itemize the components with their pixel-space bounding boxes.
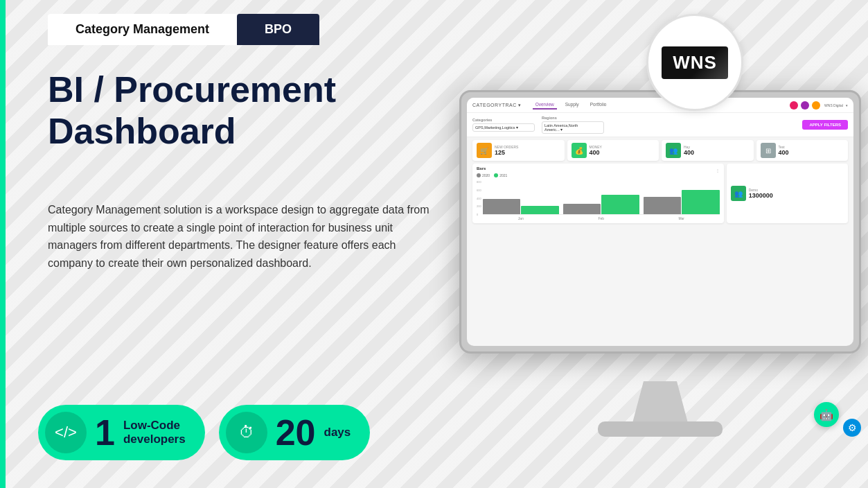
- card-icon-money: 💰: [572, 143, 587, 158]
- monitor-mockup: CATEGORYTRAC ▾ Overview Supply Portfolio…: [452, 42, 868, 444]
- dashboard-header: CATEGORYTRAC ▾ Overview Supply Portfolio…: [467, 98, 853, 113]
- tab-category-management-label: Category Management: [76, 22, 209, 36]
- legend-label-2020: 2020: [482, 173, 490, 177]
- card-demo: 👥 Demo 1300000: [727, 164, 848, 223]
- dashboard-bottom: Bars ⋮ 2020 2021: [467, 164, 853, 226]
- filter-regions: Regions Latin America,North Americ... ▾: [542, 116, 604, 134]
- card-value-orders: 125: [495, 149, 518, 156]
- dash-icon-1: [790, 101, 798, 110]
- bar-group-feb: [563, 195, 639, 214]
- bar-jan-2020: [483, 199, 521, 214]
- card-icon-demo: 👥: [731, 186, 746, 201]
- bar-mar-2020: [644, 197, 682, 214]
- bar-mar-2021: [682, 190, 720, 214]
- title-line1: BI / Procurement: [48, 69, 336, 110]
- dash-chevron: ▾: [846, 103, 848, 107]
- dashboard-cards: 🛒 NEW ORDERS 125 💰 MONEY 400: [467, 137, 853, 164]
- legend-dot-2020: [477, 173, 481, 177]
- dash-icon-2: [801, 101, 809, 110]
- chart-container: 800 600 400 200 0: [477, 180, 720, 220]
- chart-x-labels: Jan Feb Mar: [483, 216, 720, 220]
- card-value-demo: 1300000: [749, 192, 773, 199]
- legend-label-2021: 2021: [499, 173, 507, 177]
- chart-bars: Bars ⋮ 2020 2021: [472, 164, 724, 223]
- stat-label-2: days: [324, 426, 351, 439]
- dash-tab-supply[interactable]: Supply: [563, 101, 582, 110]
- apply-filters-button[interactable]: APPLY FILTERS: [802, 120, 848, 130]
- gear-icon[interactable]: ⚙: [843, 419, 861, 437]
- stat-pill-lowcode: </> 1 Low-Code developers: [38, 405, 205, 460]
- bar-feb-2021: [601, 195, 639, 214]
- card-icon-test: ⊞: [761, 143, 776, 158]
- monitor-screen: CATEGORYTRAC ▾ Overview Supply Portfolio…: [467, 98, 853, 346]
- timer-icon: ⏱: [226, 412, 267, 453]
- main-title: BI / Procurement Dashboard: [48, 69, 336, 152]
- chart-bars-area: [483, 180, 720, 215]
- filter-categories-select[interactable]: GPS,Marketing,Logitics ▾: [472, 123, 535, 132]
- bar-jan-2021: [521, 206, 559, 214]
- filter-regions-select[interactable]: Latin America,North Americ... ▾: [542, 121, 604, 134]
- stat-number-1: 1: [95, 415, 115, 451]
- dashboard-logo: CATEGORYTRAC ▾: [472, 103, 522, 108]
- accent-bar: [0, 0, 6, 488]
- monitor-outer: CATEGORYTRAC ▾ Overview Supply Portfolio…: [459, 90, 861, 354]
- chart-legend: 2020 2021: [477, 173, 720, 177]
- description-text: Category Management solution is a worksp…: [48, 201, 432, 272]
- description: Category Management solution is a worksp…: [48, 201, 432, 272]
- stat-label-1: Low-Code developers: [123, 419, 186, 447]
- legend-dot-2021: [494, 173, 498, 177]
- chart-title: Bars: [477, 166, 486, 171]
- card-value-money: 400: [590, 149, 602, 156]
- bar-group-jan: [483, 199, 559, 214]
- filter-categories-label: Categories: [472, 118, 535, 122]
- code-icon: </>: [45, 412, 87, 453]
- card-hay: 👥 Hay 400: [662, 140, 754, 161]
- bar-label-jan: Jan: [483, 216, 559, 220]
- bar-label-feb: Feb: [563, 216, 639, 220]
- dash-icon-3: [812, 101, 820, 110]
- stat-number-2: 20: [276, 415, 316, 451]
- dash-tab-portfolio[interactable]: Portfolio: [587, 101, 610, 110]
- chatbot-icon[interactable]: 🤖: [814, 402, 839, 427]
- right-cards: 👥 Demo 1300000: [727, 164, 848, 223]
- dashboard-nav-tabs: Overview Supply Portfolio: [533, 101, 610, 110]
- tab-bpo-label: BPO: [265, 22, 292, 36]
- card-new-orders: 🛒 NEW ORDERS 125: [472, 140, 565, 161]
- stat-pill-days: ⏱ 20 days: [219, 405, 371, 460]
- dashboard-icons: WNS Digital ▾: [790, 101, 848, 110]
- tab-category-management[interactable]: Category Management: [48, 14, 237, 45]
- bar-group-mar: [644, 190, 720, 214]
- dash-tab-overview[interactable]: Overview: [533, 101, 557, 110]
- bar-label-mar: Mar: [644, 216, 720, 220]
- title-line2: Dashboard: [48, 111, 236, 151]
- chart-y-axis: 800 600 400 200 0: [477, 180, 481, 218]
- wns-logo-circle: WNS: [646, 14, 743, 111]
- card-icon-hay: 👥: [666, 143, 681, 158]
- dashboard: CATEGORYTRAC ▾ Overview Supply Portfolio…: [467, 98, 853, 346]
- card-money: 💰 MONEY 400: [567, 140, 659, 161]
- filter-categories: Categories GPS,Marketing,Logitics ▾: [472, 118, 535, 132]
- stat-pills: </> 1 Low-Code developers ⏱ 20 days: [38, 405, 370, 460]
- monitor-base: [598, 421, 723, 437]
- filter-regions-label: Regions: [542, 116, 604, 120]
- dash-brand-text: WNS Digital: [824, 103, 843, 107]
- card-value-test: 400: [779, 149, 789, 156]
- card-test: ⊞ Test 400: [756, 140, 849, 161]
- card-value-hay: 400: [684, 149, 694, 156]
- wns-logo-text: WNS: [662, 46, 728, 79]
- bar-feb-2020: [563, 204, 601, 214]
- tab-bpo[interactable]: BPO: [237, 14, 319, 45]
- card-icon-orders: 🛒: [477, 143, 492, 158]
- monitor-stand: [632, 381, 688, 423]
- dashboard-filters: Categories GPS,Marketing,Logitics ▾ Regi…: [467, 113, 853, 137]
- tab-bar: Category Management BPO: [48, 14, 319, 45]
